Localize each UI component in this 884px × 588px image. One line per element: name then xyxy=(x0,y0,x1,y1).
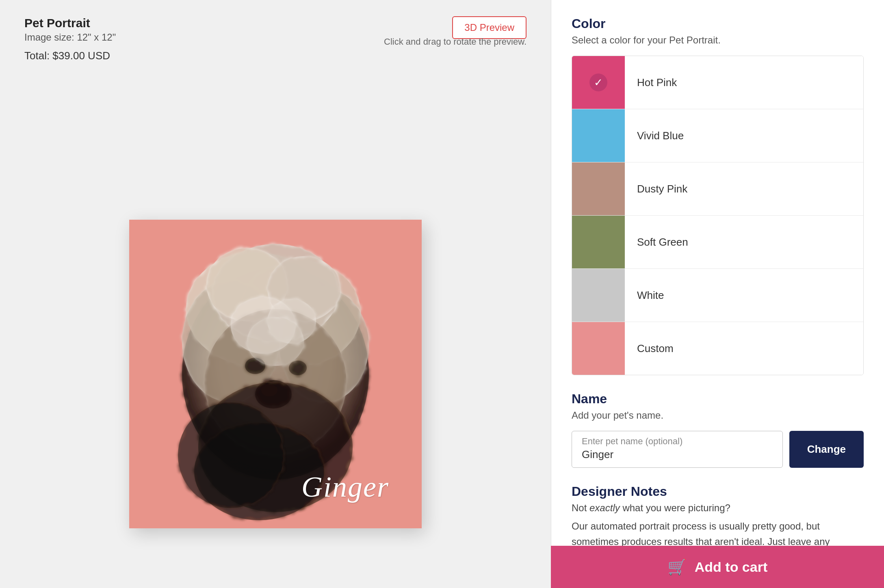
cart-icon: 🛒 xyxy=(667,558,687,576)
vivid-blue-swatch xyxy=(572,109,625,162)
pet-name-input[interactable] xyxy=(582,448,773,461)
dusty-pink-label: Dusty Pink xyxy=(637,183,687,195)
svg-point-18 xyxy=(247,317,304,366)
custom-label: Custom xyxy=(637,342,674,355)
vivid-blue-label: Vivid Blue xyxy=(637,130,684,142)
white-swatch xyxy=(572,269,625,322)
name-input-wrapper: Enter pet name (optional) xyxy=(572,431,783,468)
color-option-vivid-blue[interactable]: Vivid Blue xyxy=(572,109,863,162)
color-option-dusty-pink[interactable]: Dusty Pink xyxy=(572,162,863,216)
soft-green-swatch xyxy=(572,216,625,268)
designer-notes-prefix: Not xyxy=(572,502,589,513)
change-button[interactable]: Change xyxy=(789,431,864,468)
designer-notes-subtitle: Not exactly what you were picturing? xyxy=(572,502,864,514)
hot-pink-swatch: ✓ xyxy=(572,56,625,109)
name-section: Name Add your pet's name. Enter pet name… xyxy=(572,391,864,468)
color-option-custom[interactable]: Custom xyxy=(572,322,863,375)
designer-notes-suffix: what you were picturing? xyxy=(620,502,730,513)
custom-swatch xyxy=(572,322,625,375)
color-option-white[interactable]: White xyxy=(572,269,863,322)
svg-point-12 xyxy=(289,361,307,375)
color-section-subtitle: Select a color for your Pet Portrait. xyxy=(572,35,864,46)
designer-notes-italic: exactly xyxy=(589,502,620,513)
add-to-cart-label: Add to cart xyxy=(695,559,767,575)
name-section-title: Name xyxy=(572,391,864,406)
white-label: White xyxy=(637,289,664,302)
product-title: Pet Portrait xyxy=(24,16,526,30)
add-to-cart-bar[interactable]: 🛒 Add to cart xyxy=(551,546,884,588)
color-section-title: Color xyxy=(572,16,864,31)
preview-hint: Click and drag to rotate the preview. xyxy=(384,37,526,47)
optional-tag: (optional) xyxy=(646,436,683,446)
name-input-row: Enter pet name (optional) Change xyxy=(572,431,864,468)
color-section: Color Select a color for your Pet Portra… xyxy=(572,16,864,391)
canvas-area: Ginger xyxy=(24,86,526,588)
dusty-pink-swatch xyxy=(572,162,625,215)
selected-checkmark: ✓ xyxy=(589,74,607,91)
soft-green-label: Soft Green xyxy=(637,236,688,249)
color-option-soft-green[interactable]: Soft Green xyxy=(572,216,863,269)
3d-preview-button[interactable]: 3D Preview xyxy=(452,16,526,39)
svg-point-15 xyxy=(178,402,284,508)
designer-notes-title: Designer Notes xyxy=(572,484,864,499)
color-option-hot-pink[interactable]: ✓ Hot Pink xyxy=(572,56,863,109)
product-total: Total: $39.00 USD xyxy=(24,50,526,62)
pet-name-overlay: Ginger xyxy=(301,470,389,504)
color-list: ✓ Hot Pink Vivid Blue Dusty Pink Soft Gr… xyxy=(572,56,864,375)
pet-portrait-container: Ginger xyxy=(129,220,422,528)
right-panel: Color Select a color for your Pet Portra… xyxy=(551,0,884,588)
pet-portrait-background: Ginger xyxy=(129,220,422,528)
hot-pink-label: Hot Pink xyxy=(637,76,677,89)
name-input-label: Enter pet name (optional) xyxy=(582,436,773,447)
left-panel: Pet Portrait Image size: 12" x 12" Total… xyxy=(0,0,551,588)
name-section-subtitle: Add your pet's name. xyxy=(572,410,864,421)
